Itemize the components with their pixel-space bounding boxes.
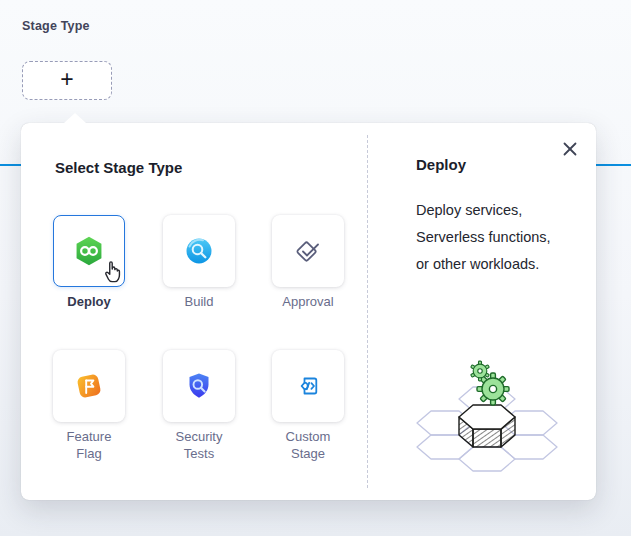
security-tests-icon <box>183 370 215 402</box>
stage-tile-approval[interactable] <box>272 215 344 287</box>
stage-tile-security-tests[interactable] <box>163 350 235 422</box>
deploy-icon <box>72 234 106 268</box>
close-button[interactable] <box>557 136 583 162</box>
close-icon <box>562 141 578 157</box>
tile-label-security-tests[interactable]: Security Tests <box>164 428 234 462</box>
build-icon <box>183 235 215 267</box>
custom-stage-icon <box>292 370 324 402</box>
select-stage-popover: Select Stage Type <box>21 123 596 500</box>
detail-description: Deploy services, Serverless functions, o… <box>416 197 591 278</box>
stage-type-label: Stage Type <box>22 19 90 33</box>
stage-tile-build[interactable] <box>163 215 235 287</box>
tile-label-approval[interactable]: Approval <box>258 293 358 310</box>
tile-label-custom-stage[interactable]: Custom Stage <box>273 428 343 462</box>
popover-divider <box>367 135 368 488</box>
popover-title: Select Stage Type <box>55 159 182 176</box>
deploy-illustration <box>399 349 579 489</box>
plus-icon: + <box>60 68 73 91</box>
tile-label-deploy[interactable]: Deploy <box>39 293 139 310</box>
detail-title: Deploy <box>416 156 466 173</box>
stage-tile-custom-stage[interactable] <box>272 350 344 422</box>
popover-caret <box>64 113 86 123</box>
stage-tile-feature-flag[interactable] <box>53 350 125 422</box>
approval-icon <box>292 235 324 267</box>
tile-label-feature-flag[interactable]: Feature Flag <box>54 428 124 462</box>
tile-label-build[interactable]: Build <box>149 293 249 310</box>
feature-flag-icon <box>73 370 105 402</box>
stage-tile-deploy[interactable] <box>53 215 125 287</box>
add-stage-button[interactable]: + <box>22 61 112 100</box>
